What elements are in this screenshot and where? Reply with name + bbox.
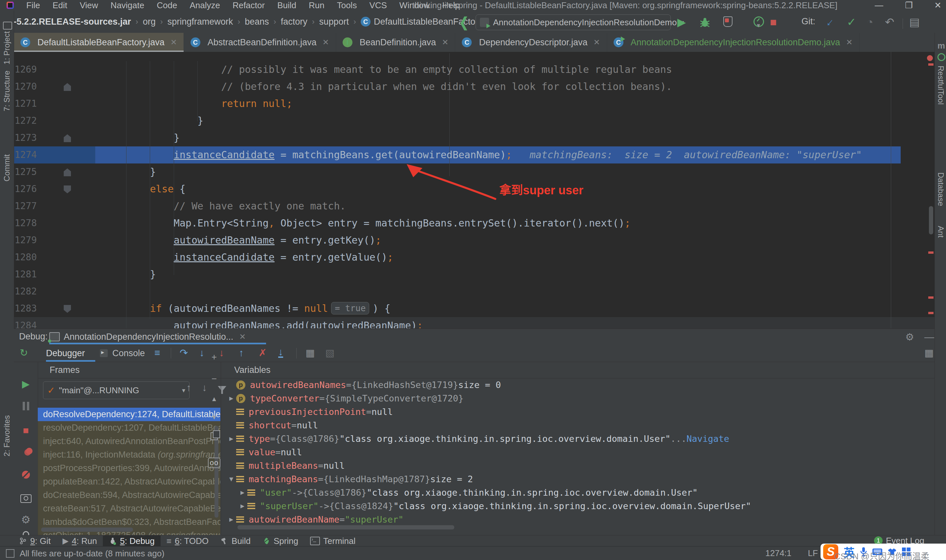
variable-row[interactable]: previousInjectionPoint = null — [221, 405, 935, 418]
error-stripe-mark[interactable] — [928, 296, 934, 299]
debug-settings-gear-icon[interactable]: ⚙ — [14, 513, 38, 526]
layout-icon[interactable]: ▦ — [924, 348, 934, 358]
tree-expand-icon[interactable]: ▶ — [226, 432, 236, 445]
hide-panel-icon[interactable]: — — [924, 332, 934, 342]
menu-item-refactor[interactable]: Refactor — [233, 0, 265, 11]
tree-expand-icon[interactable]: ▶ — [237, 499, 247, 513]
tab-debugger[interactable]: Debugger — [46, 345, 85, 362]
view-breakpoints-icon[interactable] — [14, 448, 38, 457]
stripe-item-database[interactable]: Database — [935, 172, 946, 206]
threads-view-icon[interactable]: ≡ — [154, 348, 160, 358]
debug-button[interactable] — [699, 16, 711, 28]
mute-breakpoints-icon[interactable] — [14, 471, 38, 480]
git-history-icon[interactable]: ◔ — [866, 16, 874, 28]
menu-item-file[interactable]: File — [26, 0, 40, 11]
profiler-chevron-icon[interactable]: ▾ — [757, 20, 760, 31]
error-stripe-mark[interactable] — [928, 312, 934, 314]
menu-item-view[interactable]: View — [80, 0, 98, 11]
inspections-widget-icon[interactable] — [927, 55, 933, 61]
minimize-icon[interactable]: — — [875, 0, 883, 11]
code-editor[interactable]: 1269 // possibly it was meant to be an e… — [14, 52, 935, 328]
editor-tab[interactable]: CAbstractBeanDefinition.java✕ — [184, 33, 336, 52]
editor-tab[interactable]: CDependencyDescriptor.java✕ — [455, 33, 607, 52]
variable-row[interactable]: pautowiredBeanNames = {LinkedHashSet@171… — [221, 378, 935, 392]
editor-tab[interactable]: IBeanDefinition.java✕ — [336, 33, 456, 52]
close-icon[interactable]: ✕ — [239, 332, 246, 342]
variable-row[interactable]: ▶autowiredBeanName = "superUser" — [221, 513, 935, 526]
tree-expand-icon[interactable]: ▶ — [237, 486, 247, 499]
variable-row[interactable]: ▶ptypeConverter = {SimpleTypeConverter@1… — [221, 392, 935, 405]
menu-item-build[interactable]: Build — [277, 0, 296, 11]
fold-marker-icon[interactable] — [64, 134, 71, 142]
caret-position[interactable]: 1274:1 — [765, 548, 792, 558]
toolwindow-button-run[interactable]: ▶4: Run — [57, 535, 103, 546]
project-tool-icon[interactable] — [3, 22, 12, 29]
remove-watch-icon[interactable]: − — [208, 374, 221, 384]
editor-scrollbar[interactable] — [929, 206, 933, 234]
pause-icon[interactable] — [14, 402, 38, 412]
stripe-item-commit[interactable]: Commit — [0, 154, 14, 182]
variable-text[interactable]: Navigate — [687, 432, 729, 445]
stripe-item-ant[interactable]: Ant — [935, 226, 946, 238]
breadcrumb-item[interactable]: org — [143, 17, 156, 27]
variable-row[interactable]: shortcut = null — [221, 418, 935, 432]
menu-item-navigate[interactable]: Navigate — [111, 0, 145, 11]
restful-tool-icon[interactable] — [937, 53, 945, 61]
stack-frame-row[interactable]: inject:116, InjectionMetadata (org.sprin… — [38, 448, 220, 462]
variable-row[interactable]: ▼matchingBeans = {LinkedHashMap@1787} si… — [221, 472, 935, 486]
stack-frame-row[interactable]: populateBean:1422, AbstractAutowireCapab… — [38, 475, 220, 488]
step-out-icon[interactable]: ↑ — [239, 348, 244, 358]
stack-frame-row[interactable]: doCreateBean:594, AbstractAutowireCapabl… — [38, 488, 220, 502]
error-stripe-mark[interactable] — [928, 251, 934, 254]
tab-console[interactable]: Console — [112, 345, 145, 362]
breadcrumb-item[interactable]: springframework — [168, 17, 233, 27]
add-watch-icon[interactable]: + — [208, 352, 221, 362]
evaluate-expression-icon[interactable]: ▦ — [305, 348, 315, 358]
toolwindow-button-build[interactable]: Build — [214, 535, 257, 546]
toolwindow-button-spring[interactable]: Spring — [257, 535, 304, 546]
stripe-item-restfultool[interactable]: RestfulTool — [935, 66, 946, 105]
variables-hscrollbar[interactable] — [237, 525, 454, 529]
move-up-icon[interactable]: ▲ — [208, 395, 221, 403]
stack-frame-row[interactable]: lambda$doGetBean$0:323, AbstractBeanFact… — [38, 515, 220, 529]
variable-row[interactable]: value = null — [221, 445, 935, 459]
duplicate-icon[interactable] — [208, 432, 221, 443]
get-thread-dump-icon[interactable] — [14, 494, 38, 504]
gear-icon[interactable]: ⚙ — [905, 332, 914, 342]
stack-frame-row[interactable]: createBean:517, AbstractAutowireCapableB… — [38, 502, 220, 515]
stripe-item----project[interactable]: 1: Project — [0, 31, 14, 64]
editor-tab[interactable]: CAnnotationDependencyInjectionResolution… — [607, 33, 860, 52]
thread-selector[interactable]: ✓ "main"@...RUNNING ▾ — [43, 382, 190, 399]
tree-expand-icon[interactable]: ▶ — [226, 392, 236, 405]
variable-row[interactable]: multipleBeans = null — [221, 459, 935, 472]
rerun-icon[interactable]: ↻ — [20, 348, 28, 358]
line-ending[interactable]: LF — [808, 548, 818, 558]
run-button[interactable]: ▶ — [677, 16, 686, 28]
debug-session-tab[interactable]: AnnotationDependencyInjectionResolutio..… — [49, 330, 246, 343]
stack-frame-row[interactable]: postProcessProperties:399, AutowiredAnno… — [38, 462, 220, 475]
maven-icon[interactable]: m — [937, 41, 945, 51]
variable-row[interactable]: ▶"superUser" -> {Class@1824} "class org.… — [221, 499, 935, 513]
menu-item-tools[interactable]: Tools — [337, 0, 357, 11]
resume-icon[interactable]: ▶ — [14, 378, 38, 390]
stack-frame-row[interactable]: inject:640, AutowiredAnnotationBeanPostP… — [38, 435, 220, 448]
close-icon[interactable]: ✕ — [171, 38, 177, 47]
git-commit-icon[interactable]: ✓ — [847, 16, 856, 28]
diff-icon[interactable]: ▤ — [909, 16, 920, 28]
move-down-icon[interactable]: ▼ — [208, 414, 221, 421]
fold-marker-icon[interactable] — [64, 185, 71, 193]
run-to-cursor-icon[interactable]: ↓ — [278, 347, 283, 358]
stop-icon[interactable]: ■ — [14, 425, 38, 436]
stripe-item----favorites[interactable]: 2: Favorites — [0, 415, 14, 456]
recent-locations-icon[interactable]: ❮ — [459, 14, 469, 30]
close-icon[interactable]: ✕ — [846, 38, 853, 47]
toolwindow-button-debug[interactable]: 5: Debug — [103, 535, 160, 546]
toolwindow-button-terminal[interactable]: Terminal — [304, 535, 361, 546]
breadcrumb-item[interactable]: ns-5.2.2.RELEASE-sources.jar — [3, 17, 131, 27]
stripe-item----structure[interactable]: 7: Structure — [0, 71, 14, 111]
menu-item-code[interactable]: Code — [157, 0, 177, 11]
menu-item-analyze[interactable]: Analyze — [190, 0, 220, 11]
toolwindow-button-git[interactable]: 9: Git — [13, 535, 57, 546]
stop-button[interactable]: ■ — [770, 16, 777, 28]
fold-marker-icon[interactable] — [64, 168, 71, 176]
